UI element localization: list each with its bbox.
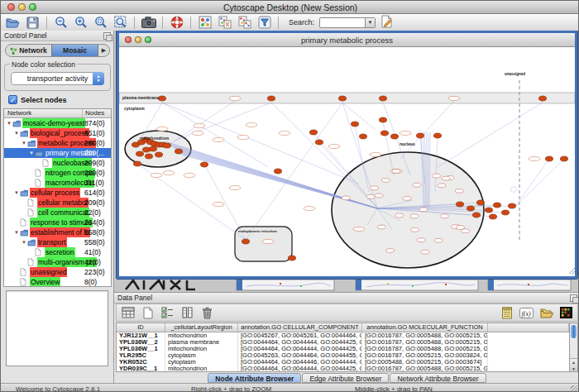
network-node[interactable] [456,226,464,230]
search-dropdown-arrow-icon[interactable]: ▼ [365,18,375,27]
tree-row[interactable]: nitrogen compo209(0) [4,168,111,178]
network-edge[interactable] [342,103,376,130]
network-node[interactable] [375,194,383,198]
table-cell[interactable]: cytoplasm [165,359,238,366]
node-color-dropdown[interactable]: transporter activity ▲▼ [11,72,104,85]
network-node[interactable] [351,122,358,127]
network-node[interactable] [142,147,150,152]
table-cell[interactable]: mitochondrion [165,346,238,352]
network-node[interactable] [410,214,419,218]
canvas-resize-grip[interactable] [569,268,575,275]
table-cell[interactable]: YLR295C [117,352,165,359]
background-windows[interactable] [114,278,579,292]
table-cell[interactable]: [GO:0044464, GO:0044444, GO:0044425, G..… [238,366,362,372]
network-node[interactable] [342,196,350,200]
tab-network-attribute-browser[interactable]: Network Attribute Browser [390,373,486,383]
table-row[interactable]: YKR052Ccytoplasm[GO:0044464, GO:0044446,… [117,359,569,366]
tree-col-nodes[interactable]: Nodes [83,109,111,117]
network-node[interactable] [380,131,388,136]
network-node[interactable] [434,238,443,242]
table-row[interactable]: YPL036W__1mitochondrion[GO:0044464, GO:0… [117,346,569,352]
attribute-select-button[interactable] [119,305,136,320]
import-table-button[interactable] [498,305,515,320]
network-node[interactable] [489,214,496,219]
network-node[interactable] [246,122,257,127]
network-node[interactable] [151,173,162,177]
zoom-in-button[interactable] [72,15,89,30]
network-node[interactable] [328,144,340,148]
expander-icon[interactable]: ▼ [21,237,27,247]
attribute-new-button[interactable] [139,305,156,320]
dropdown-stepper-icon[interactable]: ▲▼ [93,72,104,85]
network-node[interactable] [467,206,474,211]
network-canvas[interactable]: plasma membrane cytoplasm mitochondrion … [119,47,575,276]
network-node[interactable] [145,154,152,159]
network-node[interactable] [229,185,241,189]
table-row[interactable]: YJR121W__1mitochondrion[GO:0045267, GO:0… [117,332,569,339]
save-session-button[interactable] [24,15,41,30]
network-node[interactable] [163,143,170,148]
zoom-fit-button[interactable] [112,15,129,30]
table-cell[interactable]: plasma membrane [165,339,238,346]
expander-icon[interactable]: ▼ [13,128,20,138]
column-header[interactable]: annotation.GO MOLECULAR_FUNCTION [362,323,488,332]
network-edge[interactable] [438,103,543,167]
zoom-selected-button[interactable] [92,15,109,30]
network-node[interactable] [472,213,480,218]
tree-row[interactable]: nucleobase-209(0) [4,158,111,168]
table-scrollbar[interactable]: ▲▼ [569,323,578,372]
network-node[interactable] [529,156,540,160]
table-cell[interactable]: [GO:0016787, GO:0005488, GO:0005215, G..… [362,332,488,339]
network-node[interactable] [194,123,205,127]
network-node[interactable] [149,146,156,151]
network-node[interactable] [309,130,317,135]
network-node[interactable] [433,133,441,138]
tree-row[interactable]: cell communicat22(0) [4,208,111,218]
network-node[interactable] [315,140,323,145]
table-cell[interactable]: [GO:0045263, GO:0044464, GO:0044455, G..… [238,352,362,359]
expander-icon[interactable]: ▼ [21,138,27,148]
network-edge[interactable] [511,187,517,193]
table-cell[interactable]: mitochondrion [165,332,238,339]
table-cell[interactable]: [GO:0045267, GO:0045261, GO:0044464, G..… [238,332,362,339]
network-node[interactable] [213,137,224,141]
network-edge[interactable] [175,103,271,141]
network-node[interactable] [462,229,470,233]
tree-row[interactable]: ▼metabolic process280(0) [4,138,111,148]
network-node[interactable] [136,151,143,156]
network-node[interactable] [288,256,295,261]
network-node[interactable] [184,173,195,177]
network-edge[interactable] [170,101,235,144]
network-node[interactable] [229,96,241,100]
network-node[interactable] [377,225,385,229]
tree-row[interactable]: ▼mosaic-demo-yeast874(0) [4,118,111,128]
import-annotation-button[interactable] [216,15,233,30]
network-node[interactable] [493,203,500,208]
zoom-out-button[interactable] [52,15,69,30]
expander-icon[interactable]: ▼ [13,227,20,237]
network-node[interactable] [403,196,411,200]
network-node[interactable] [456,202,463,207]
network-node[interactable] [381,179,390,183]
snapshot-button[interactable] [140,15,157,30]
network-node[interactable] [158,96,165,101]
tree-row[interactable]: ▼transport558(0) [4,237,111,247]
network-node[interactable] [379,117,386,122]
tab-edge-attribute-browser[interactable]: Edge Attribute Browser [302,373,389,383]
network-node[interactable] [175,149,182,154]
network-node[interactable] [538,96,546,101]
expander-icon[interactable]: ▼ [13,188,20,198]
table-cell[interactable]: mitochondrion [165,366,238,372]
table-row[interactable]: YDR039C__1mitochondrion[GO:0044464, GO:0… [117,366,569,372]
tree-row[interactable]: ▼cellular process614(0) [4,188,111,198]
column-header[interactable]: annotation.GO CELLULAR_COMPONENT [238,323,362,332]
window-resize-grip[interactable] [571,385,579,392]
visual-mapper-button[interactable] [196,15,213,30]
network-node[interactable] [242,239,249,244]
network-node[interactable] [371,186,379,190]
select-nodes-checkbox[interactable]: ✓ [8,95,17,104]
tree-row[interactable]: macromolecule311(0) [4,178,111,188]
scrollbar-thumb[interactable] [571,325,577,338]
tree-row[interactable]: ▼primary metabo209(... [4,148,111,158]
network-node[interactable] [353,227,365,231]
